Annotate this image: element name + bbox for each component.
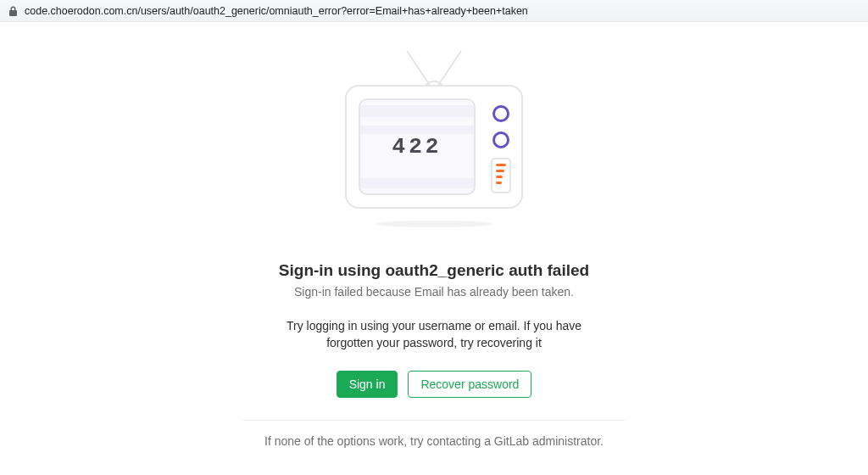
divider: [243, 420, 625, 421]
lock-icon: [8, 6, 18, 16]
error-help-text: Try logging in using your username or em…: [281, 317, 587, 352]
tv-speaker-icon: [491, 158, 511, 193]
tv-body: 422: [345, 85, 523, 209]
error-code: 422: [392, 134, 442, 159]
tv-shadow: [375, 221, 493, 227]
error-heading: Sign-in using oauth2_generic auth failed: [279, 261, 589, 280]
error-footer: If none of the options work, try contact…: [264, 434, 604, 448]
tv-screen: 422: [359, 98, 476, 195]
error-description: Sign-in failed because Email has already…: [294, 285, 574, 299]
tv-knob-icon: [492, 105, 509, 122]
action-buttons: Sign in Recover password: [337, 371, 532, 398]
tv-knob-icon: [492, 131, 509, 148]
error-illustration: 422: [345, 49, 523, 222]
recover-password-button[interactable]: Recover password: [408, 371, 531, 398]
error-page: 422 Sign-in using oauth2_generic auth fa…: [0, 22, 868, 448]
browser-address-bar[interactable]: code.choerodon.com.cn/users/auth/oauth2_…: [0, 0, 868, 22]
sign-in-button[interactable]: Sign in: [337, 371, 398, 398]
url-text: code.choerodon.com.cn/users/auth/oauth2_…: [25, 5, 528, 17]
